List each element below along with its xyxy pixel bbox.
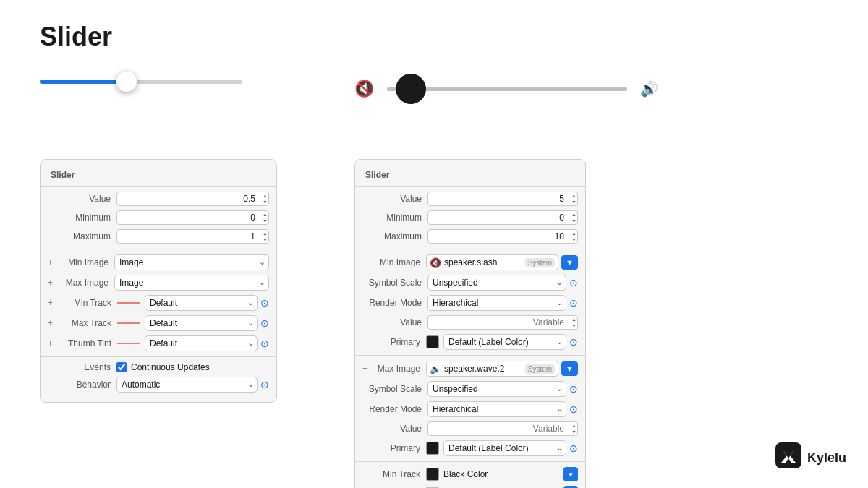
rp-primary-select[interactable]: Default (Label Color): [443, 334, 566, 350]
minimum-stepper[interactable]: ▲ ▼: [263, 211, 268, 224]
stepper-down[interactable]: ▼: [571, 322, 576, 329]
slider-thumb[interactable]: [116, 72, 137, 92]
right-slider-thumb[interactable]: [396, 74, 426, 104]
stepper-up[interactable]: ▲: [571, 422, 576, 429]
rp-symbol-scale-arrow[interactable]: ⊙: [569, 277, 578, 288]
stepper-up[interactable]: ▲: [263, 192, 268, 199]
rp-primary2-dropdown-wrapper[interactable]: Default (Label Color): [443, 440, 566, 456]
rp-maximum-input-wrapper[interactable]: ▲ ▼: [427, 229, 578, 244]
rp-value3-input[interactable]: [427, 421, 578, 436]
rp-min-track-arrow[interactable]: ▼: [563, 467, 578, 481]
maximum-input[interactable]: [116, 229, 269, 244]
thumb-tint-label: Thumb Tint: [61, 338, 117, 348]
left-slider-track[interactable]: [40, 80, 242, 84]
maximum-stepper[interactable]: ▲ ▼: [263, 230, 268, 243]
rp-symbol-scale-wrapper[interactable]: Unspecified: [427, 275, 566, 291]
stepper-down[interactable]: ▼: [571, 199, 576, 205]
min-track-dropdown-wrapper[interactable]: Default: [145, 295, 258, 311]
behavior-dropdown-wrapper[interactable]: Automatic: [116, 377, 258, 393]
rp-maximum-stepper[interactable]: ▲ ▼: [571, 230, 576, 243]
minimum-input-wrapper[interactable]: ▲ ▼: [116, 210, 269, 225]
rp-symbol-scale2-label: Symbol Scale: [362, 384, 427, 394]
rp-min-track-plus[interactable]: +: [362, 469, 373, 479]
rp-value3-stepper[interactable]: ▲ ▼: [571, 422, 576, 435]
thumb-tint-dropdown-wrapper[interactable]: Default: [145, 335, 258, 351]
rp-symbol-scale2-select[interactable]: Unspecified: [427, 381, 566, 397]
rp-primary2-label: Primary: [373, 443, 426, 453]
rp-symbol-scale-select[interactable]: Unspecified: [427, 275, 566, 291]
rp-min-image-btn[interactable]: ▼: [561, 255, 578, 270]
rp-render-mode2-select[interactable]: Hierarchical: [427, 401, 566, 417]
stepper-up[interactable]: ▲: [571, 316, 576, 322]
rp-render-mode-select[interactable]: Hierarchical: [427, 295, 566, 311]
rp-render-mode2-arrow[interactable]: ⊙: [569, 403, 578, 415]
stepper-down[interactable]: ▼: [263, 218, 268, 224]
rp-value2-input[interactable]: [427, 315, 578, 330]
min-image-select[interactable]: Image: [114, 254, 269, 270]
right-slider-track[interactable]: [387, 87, 627, 91]
rp-value-input[interactable]: [427, 192, 578, 206]
max-image-plus[interactable]: +: [48, 278, 58, 288]
stepper-up[interactable]: ▲: [263, 211, 268, 218]
max-track-plus[interactable]: +: [48, 318, 58, 328]
minimum-input[interactable]: [116, 210, 269, 225]
rp-max-image-btn[interactable]: ▼: [561, 361, 578, 376]
rp-value-stepper[interactable]: ▲ ▼: [571, 192, 576, 205]
rp-min-image-row: + Min Image 🔇 speaker.slash System ▼: [355, 252, 585, 273]
stepper-down[interactable]: ▼: [263, 199, 268, 205]
rp-primary-swatch[interactable]: [426, 335, 439, 348]
stepper-up[interactable]: ▲: [571, 230, 576, 236]
rp-minimum-input[interactable]: [427, 210, 578, 225]
stepper-down[interactable]: ▼: [571, 236, 576, 243]
max-image-select[interactable]: Image: [114, 275, 269, 291]
thumb-tint-select[interactable]: Default: [145, 335, 258, 351]
rp-value2-input-wrapper[interactable]: ▲ ▼: [427, 315, 578, 330]
min-image-dropdown-wrapper[interactable]: Image: [114, 254, 269, 270]
stepper-up[interactable]: ▲: [263, 230, 268, 236]
rp-max-image-plus[interactable]: +: [362, 364, 373, 374]
stepper-down[interactable]: ▼: [571, 429, 576, 435]
min-track-row: + Min Track Default ⊙: [41, 293, 276, 313]
value-input[interactable]: [116, 192, 269, 206]
max-track-dropdown-wrapper[interactable]: Default: [145, 315, 258, 331]
continuous-updates-checkbox[interactable]: [116, 362, 127, 372]
value-input-wrapper[interactable]: ▲ ▼: [116, 192, 269, 206]
rp-render-mode-wrapper[interactable]: Hierarchical: [427, 295, 566, 311]
value-stepper[interactable]: ▲ ▼: [263, 192, 268, 205]
rp-primary-dropdown-wrapper[interactable]: Default (Label Color): [443, 334, 566, 350]
thumb-tint-plus[interactable]: +: [48, 338, 58, 348]
minimum-label: Minimum: [48, 213, 116, 223]
rp-primary2-select[interactable]: Default (Label Color): [443, 440, 566, 456]
kylelu-icon: [775, 442, 801, 474]
max-image-dropdown-wrapper[interactable]: Image: [114, 275, 269, 291]
behavior-arrow[interactable]: ⊙: [260, 379, 269, 390]
rp-render-mode2-wrapper[interactable]: Hierarchical: [427, 401, 566, 417]
min-track-plus[interactable]: +: [48, 298, 58, 308]
rp-maximum-input[interactable]: [427, 229, 578, 244]
max-track-select[interactable]: Default: [145, 315, 258, 331]
stepper-down[interactable]: ▼: [263, 236, 268, 243]
min-track-select[interactable]: Default: [145, 295, 258, 311]
rp-min-image-plus[interactable]: +: [362, 257, 373, 267]
rp-symbol-scale2-arrow[interactable]: ⊙: [569, 383, 578, 395]
min-track-arrow[interactable]: ⊙: [260, 297, 269, 309]
behavior-select[interactable]: Automatic: [116, 377, 258, 393]
min-image-plus[interactable]: +: [48, 257, 58, 267]
rp-minimum-stepper[interactable]: ▲ ▼: [571, 211, 576, 224]
rp-value2-stepper[interactable]: ▲ ▼: [571, 316, 576, 329]
rp-render-mode-arrow[interactable]: ⊙: [569, 297, 578, 309]
rp-symbol-scale2-wrapper[interactable]: Unspecified: [427, 381, 566, 397]
rp-primary-arrow[interactable]: ⊙: [569, 336, 578, 348]
maximum-input-wrapper[interactable]: ▲ ▼: [116, 229, 269, 244]
rp-value3-input-wrapper[interactable]: ▲ ▼: [427, 421, 578, 436]
stepper-up[interactable]: ▲: [571, 211, 576, 218]
max-track-arrow[interactable]: ⊙: [260, 317, 269, 329]
thumb-tint-arrow[interactable]: ⊙: [260, 338, 269, 349]
rp-primary2-swatch[interactable]: [426, 442, 439, 455]
rp-min-track-swatch[interactable]: [426, 468, 439, 481]
rp-value-input-wrapper[interactable]: ▲ ▼: [427, 192, 578, 206]
rp-minimum-input-wrapper[interactable]: ▲ ▼: [427, 210, 578, 225]
rp-primary2-arrow[interactable]: ⊙: [569, 442, 578, 454]
stepper-down[interactable]: ▼: [571, 218, 576, 224]
stepper-up[interactable]: ▲: [571, 192, 576, 199]
